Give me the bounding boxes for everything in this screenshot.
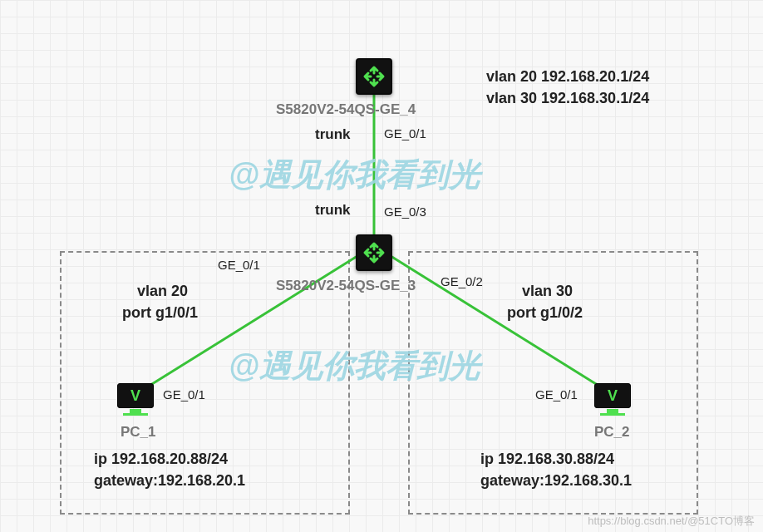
right-group-line2: port g1/0/2 xyxy=(507,304,583,322)
pc-base xyxy=(123,413,148,416)
switch-arrows-icon xyxy=(361,63,387,90)
pc1-icon: V xyxy=(117,383,154,416)
trunk-label-top: trunk xyxy=(315,126,351,143)
pc1-label: PC_1 xyxy=(121,424,156,441)
switch-bot-label: S5820V2-54QS-GE_3 xyxy=(276,278,416,294)
monitor-icon: V xyxy=(594,383,631,408)
link-sw3-pc1 xyxy=(141,256,357,391)
pc1-ip-label: ip 192.168.20.88/24 xyxy=(94,451,228,468)
vlan30-iface-label: vlan 30 192.168.30.1/24 xyxy=(486,90,649,107)
switch-top-label: S5820V2-54QS-GE_4 xyxy=(276,101,416,118)
pc-base xyxy=(600,413,625,416)
switch-arrows-icon xyxy=(361,239,387,266)
footer-watermark: https://blog.csdn.net/@51CTO博客 xyxy=(588,514,755,529)
left-group-line1: vlan 20 xyxy=(137,283,188,300)
pc2-port-label: GE_0/1 xyxy=(535,387,578,401)
left-group-line2: port g1/0/1 xyxy=(122,304,198,322)
pc2-label: PC_2 xyxy=(594,424,630,441)
right-group-line1: vlan 30 xyxy=(522,283,573,300)
pc2-icon: V xyxy=(594,383,631,416)
pc2-gw-label: gateway:192.168.30.1 xyxy=(480,472,632,490)
port-bot-up: GE_0/3 xyxy=(384,204,426,219)
vlan20-iface-label: vlan 20 192.168.20.1/24 xyxy=(486,68,649,86)
pc2-ip-label: ip 192.168.30.88/24 xyxy=(480,451,614,468)
switch-top-icon xyxy=(356,58,392,95)
pc1-gw-label: gateway:192.168.20.1 xyxy=(94,472,245,490)
link-sw3-pc2 xyxy=(391,256,607,391)
monitor-icon: V xyxy=(117,383,154,408)
port-bot-left: GE_0/1 xyxy=(218,258,260,272)
topology-canvas: @遇见你我看到光 @遇见你我看到光 S5820V2-54QS-GE_4 vlan… xyxy=(0,0,763,532)
switch-bot-icon xyxy=(356,234,392,271)
port-top-out: GE_0/1 xyxy=(384,126,426,140)
pc1-port-label: GE_0/1 xyxy=(163,387,205,401)
trunk-label-bot: trunk xyxy=(315,202,351,219)
port-bot-right: GE_0/2 xyxy=(441,274,483,288)
